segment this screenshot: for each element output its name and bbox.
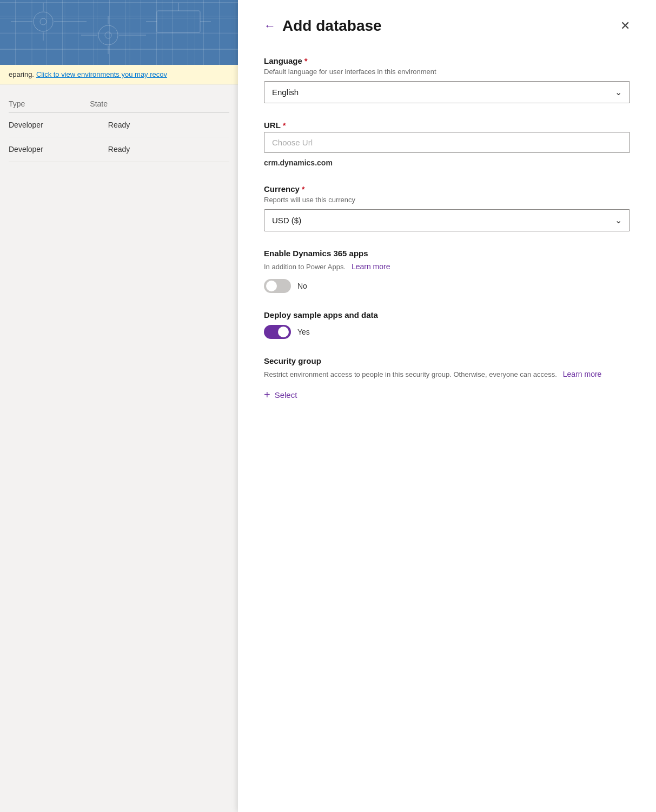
currency-section: Currency * Reports will use this currenc… — [264, 184, 630, 231]
security-group-learn-more-link[interactable]: Learn more — [563, 370, 602, 378]
panel-title: Add database — [282, 17, 382, 35]
row1-state: Ready — [108, 121, 130, 129]
language-value: English — [272, 88, 299, 97]
language-desc: Default language for user interfaces in … — [264, 68, 630, 76]
plus-icon: + — [264, 389, 270, 401]
svg-rect-21 — [157, 11, 200, 32]
svg-point-16 — [105, 32, 111, 38]
col-type: Type — [9, 99, 25, 108]
dynamics365-section: Enable Dynamics 365 apps In addition to … — [264, 249, 630, 293]
security-group-desc: Restrict environment access to people in… — [264, 369, 630, 380]
required-indicator: * — [283, 121, 286, 130]
dynamics365-toggle[interactable] — [264, 279, 291, 293]
close-button[interactable]: ✕ — [620, 20, 630, 32]
url-section: URL * crm.dynamics.com — [264, 121, 630, 167]
url-suffix: crm.dynamics.com — [264, 158, 630, 167]
panel-header: ← Add database ✕ — [264, 17, 630, 35]
required-indicator: * — [304, 56, 308, 65]
row2-type: Developer — [9, 145, 43, 154]
row1-type: Developer — [9, 121, 43, 129]
table-row: Developer Ready — [9, 137, 229, 162]
currency-desc: Reports will use this currency — [264, 196, 630, 204]
security-group-label: Security group — [264, 356, 630, 365]
add-database-panel: ← Add database ✕ Language * Default lang… — [238, 0, 656, 812]
sample-apps-label: Deploy sample apps and data — [264, 310, 630, 320]
col-state: State — [90, 99, 108, 108]
sample-apps-toggle[interactable] — [264, 325, 291, 339]
notification-link[interactable]: Click to view environments you may recov — [36, 70, 167, 78]
dynamics365-learn-more-link[interactable]: Learn more — [352, 262, 390, 271]
table-row: Developer Ready — [9, 113, 229, 137]
toggle-thumb — [266, 281, 277, 291]
currency-label: Currency * — [264, 184, 630, 194]
svg-point-10 — [40, 18, 47, 25]
chevron-down-icon: ⌄ — [615, 215, 622, 225]
row2-state: Ready — [108, 145, 130, 154]
url-input[interactable] — [264, 132, 630, 153]
security-group-section: Security group Restrict environment acce… — [264, 356, 630, 403]
currency-dropdown[interactable]: USD ($) ⌄ — [264, 209, 630, 231]
sample-apps-section: Deploy sample apps and data Yes — [264, 310, 630, 339]
select-label: Select — [275, 390, 297, 400]
notification-text: eparing. — [9, 70, 34, 78]
required-indicator: * — [302, 184, 305, 194]
sample-apps-toggle-value: Yes — [297, 328, 310, 336]
svg-point-9 — [34, 12, 53, 31]
security-group-select-button[interactable]: + Select — [264, 387, 297, 403]
dynamics365-label: Enable Dynamics 365 apps — [264, 249, 630, 258]
language-dropdown[interactable]: English ⌄ — [264, 81, 630, 103]
notification-bar: eparing. Click to view environments you … — [0, 65, 238, 84]
dynamics365-toggle-value: No — [297, 282, 307, 290]
currency-value: USD ($) — [272, 216, 301, 225]
url-label: URL * — [264, 121, 630, 130]
chevron-down-icon: ⌄ — [615, 87, 622, 97]
table-header: Type State — [9, 95, 229, 113]
svg-point-15 — [98, 25, 118, 45]
language-label: Language * — [264, 56, 630, 65]
back-button[interactable]: ← — [264, 20, 276, 32]
dynamics365-desc: In addition to Power Apps. Learn more — [264, 261, 630, 272]
toggle-thumb — [278, 327, 289, 337]
language-section: Language * Default language for user int… — [264, 56, 630, 103]
